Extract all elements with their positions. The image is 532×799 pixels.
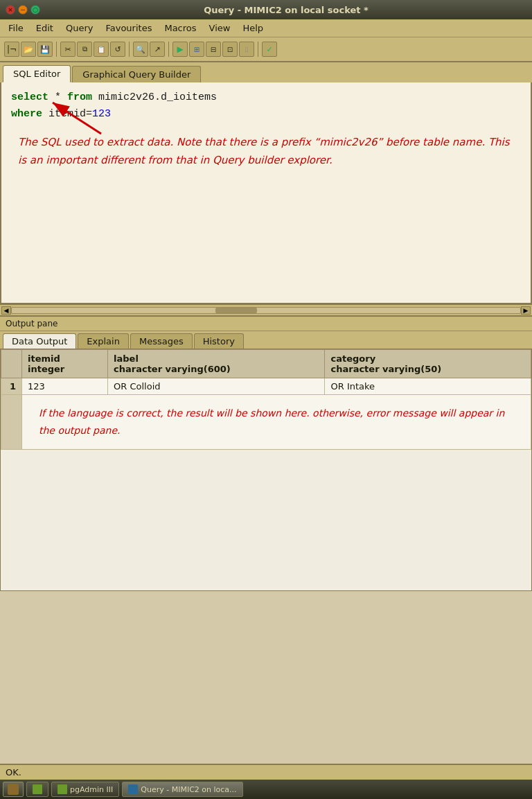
maximize-button[interactable]: ○ <box>30 5 40 15</box>
scrollbar-track[interactable] <box>11 307 521 314</box>
scroll-right-btn[interactable]: ▶ <box>521 306 531 315</box>
toolbar-btn-run[interactable]: ▶ <box>172 42 188 57</box>
output-annotation-text: If the language is correct, the result w… <box>28 398 525 446</box>
menu-file[interactable]: File <box>3 21 29 35</box>
row-number-1: 1 <box>1 378 22 395</box>
toolbar-btn-nav[interactable]: ↗ <box>150 42 165 57</box>
scroll-left-btn[interactable]: ◀ <box>1 306 11 315</box>
toolbar-btn-open[interactable]: 📂 <box>21 42 36 57</box>
menu-query[interactable]: Query <box>60 21 99 35</box>
menu-help[interactable]: Help <box>237 21 269 35</box>
toolbar-separator-1 <box>56 42 57 57</box>
table-header-row: itemid integer label character varying(6… <box>1 350 531 378</box>
tab-history[interactable]: History <box>194 333 244 349</box>
red-arrow-icon <box>46 96 115 137</box>
horizontal-scrollbar[interactable]: ◀ ▶ <box>0 304 532 315</box>
menu-macros[interactable]: Macros <box>159 21 202 35</box>
toolbar-btn-6[interactable]: ⊡ <box>222 42 238 57</box>
output-tabs: Data Output Explain Messages History <box>0 331 532 349</box>
menu-bar: File Edit Query Favourites Macros View H… <box>0 19 532 37</box>
col-header-label: label character varying(600) <box>108 350 325 378</box>
toolbar: |¬ 📂 💾 ✂ ⧉ 📋 ↺ 🔍 ↗ ▶ ⊞ ⊟ ⊡ ▯ ✓ <box>0 37 532 62</box>
output-pane-label: Output pane <box>0 315 532 331</box>
toolbar-btn-5[interactable]: ⊟ <box>206 42 221 57</box>
toolbar-btn-7[interactable]: ▯ <box>239 42 254 57</box>
sql-editor-area[interactable]: select * from mimic2v26.d_ioitems where … <box>0 82 532 304</box>
annotation-area: The SQL used to extract data. Note that … <box>11 134 521 169</box>
toolbar-btn-undo[interactable]: ↺ <box>110 42 125 57</box>
tab-graphical-query-builder[interactable]: Graphical Query Builder <box>72 66 201 82</box>
tab-sql-editor[interactable]: SQL Editor <box>3 65 71 82</box>
tab-data-output[interactable]: Data Output <box>3 333 76 349</box>
table-row-annotation: If the language is correct, the result w… <box>1 395 531 450</box>
results-table: itemid integer label character varying(6… <box>1 349 531 450</box>
title-bar: × − ○ Query - MIMIC2 on local socket * <box>0 0 532 19</box>
toolbar-btn-1[interactable]: |¬ <box>4 42 19 57</box>
toolbar-separator-2 <box>129 42 130 57</box>
toolbar-btn-explain[interactable]: ⊞ <box>189 42 204 57</box>
toolbar-separator-4 <box>258 42 258 57</box>
toolbar-btn-search[interactable]: 🔍 <box>133 42 148 57</box>
tab-explain[interactable]: Explain <box>78 333 129 349</box>
sql-keyword-select: select <box>11 91 48 103</box>
toolbar-btn-copy[interactable]: ⧉ <box>77 42 92 57</box>
menu-edit[interactable]: Edit <box>30 21 59 35</box>
window-controls[interactable]: × − ○ <box>6 5 40 15</box>
toolbar-btn-save[interactable]: 💾 <box>37 42 53 57</box>
minimize-button[interactable]: − <box>18 5 28 15</box>
scrollbar-thumb[interactable] <box>215 308 257 313</box>
menu-favourites[interactable]: Favourites <box>100 21 157 35</box>
sql-keyword-where: where <box>11 108 42 120</box>
data-output-area: itemid integer label character varying(6… <box>0 349 532 591</box>
toolbar-btn-cut[interactable]: ✂ <box>60 42 76 57</box>
table-row: 1 123 OR Colloid OR Intake <box>1 378 531 395</box>
toolbar-btn-8[interactable]: ✓ <box>262 42 277 57</box>
row-num-header <box>1 350 22 378</box>
col-header-category: category character varying(50) <box>325 350 531 378</box>
cell-category: OR Intake <box>325 378 531 395</box>
toolbar-separator-3 <box>168 42 169 57</box>
menu-view[interactable]: View <box>204 21 236 35</box>
svg-line-1 <box>53 103 101 134</box>
cell-itemid: 123 <box>22 378 108 395</box>
row-annotation-num <box>1 395 22 450</box>
output-annotation-cell: If the language is correct, the result w… <box>22 395 531 450</box>
col-header-itemid: itemid integer <box>22 350 108 378</box>
toolbar-btn-paste[interactable]: 📋 <box>94 42 109 57</box>
tab-messages[interactable]: Messages <box>130 333 193 349</box>
window-title: Query - MIMIC2 on local socket * <box>46 5 526 15</box>
sql-annotation-text: The SQL used to extract data. Note that … <box>18 134 521 169</box>
editor-tabs: SQL Editor Graphical Query Builder <box>0 62 532 82</box>
cell-label: OR Colloid <box>108 378 325 395</box>
close-button[interactable]: × <box>6 5 15 15</box>
